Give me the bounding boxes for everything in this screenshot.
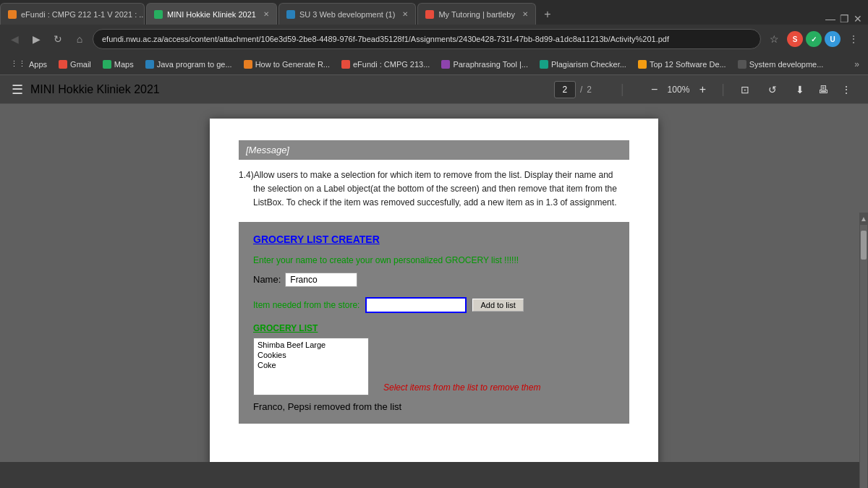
bookmark-efundi[interactable]: eFundi : CMPG 213... [337,59,434,70]
back-button[interactable]: ◀ [6,30,23,48]
scrollbar-thumb[interactable] [861,231,867,260]
profile-avatar-3[interactable]: U [825,31,841,47]
zoom-in-button[interactable]: + [694,81,711,98]
instruction-content: 1.4)Allow users to make a selection for … [239,170,617,207]
bookmark-apps-label: Apps [29,60,47,69]
bookmark-top12[interactable]: Top 12 Software De... [634,59,731,70]
plagiarism-icon [540,60,548,69]
paraphrase-icon [441,60,450,69]
right-scrollbar[interactable]: ▲ ▼ [859,213,868,488]
forward-button[interactable]: ▶ [27,30,45,48]
message-placeholder-text: [Message] [246,145,289,155]
bookmark-gmail-label: Gmail [70,60,91,69]
bookmark-system-label: System developme... [749,60,824,69]
bookmark-star-icon[interactable]: ☆ [765,30,783,48]
pdf-zoom-value: 100% [668,85,690,95]
close-window-button[interactable]: ✕ [854,13,862,25]
pdf-download-button[interactable]: ⬇ [790,80,810,100]
app-title: GROCERY LIST CREATER [253,234,615,245]
scrollbar-track[interactable] [860,225,867,488]
maps-icon [103,60,111,69]
app-name-input[interactable] [285,273,357,287]
profile-avatar-2[interactable]: ✓ [806,31,822,47]
tab-su3[interactable]: SU 3 Web development (1) ✕ [278,3,416,25]
bookmark-java[interactable]: Java program to ge... [141,59,237,70]
instruction-indent2: ListBox. To check if the item was remove… [253,196,616,210]
list-item-3[interactable]: Coke [255,360,367,370]
tab-bartleby[interactable]: My Tutoring | bartleby ✕ [417,3,536,25]
profile-avatar-1[interactable]: S [787,31,803,47]
pdf-sep1: | [621,82,624,97]
pdf-toolbar: ☰ MINI Hokkie Kliniek 2021 / 2 | − 100% … [0,75,868,104]
pdf-more-button[interactable]: ⋮ [836,80,856,100]
minimize-button[interactable]: — [825,13,835,25]
bookmark-maps[interactable]: Maps [98,59,138,70]
address-right-icons: ☆ S ✓ U ⋮ [765,30,862,48]
bookmark-maps-label: Maps [114,60,134,69]
new-tab-button[interactable]: + [537,4,558,25]
zoom-out-button[interactable]: − [646,81,663,98]
pdf-zoom-controls: − 100% + [646,81,712,98]
tab-favicon-su3 [286,10,295,19]
top12-icon [638,60,647,69]
bookmark-efundi-label: eFundi : CMPG 213... [353,60,430,69]
instruction-text: 1.4)Allow users to make a selection for … [239,168,629,210]
pdf-page: [Message] 1.4)Allow users to make a sele… [210,119,658,462]
list-item-1[interactable]: Shimba Beef Large [255,340,367,350]
address-bar: ◀ ▶ ↻ ⌂ ☆ S ✓ U ⋮ [0,25,868,53]
pdf-right-tools: ⬇ 🖶 ⋮ [790,80,856,100]
pdf-menu-button[interactable]: ☰ [12,82,23,98]
bookmark-plagiarism[interactable]: Plagiarism Checker... [535,59,631,70]
bookmark-gmail[interactable]: Gmail [54,59,95,70]
bookmark-how-to[interactable]: How to Generate R... [239,59,334,70]
pdf-print-button[interactable]: 🖶 [813,80,833,100]
home-button[interactable]: ⌂ [71,30,88,48]
pdf-page-input[interactable] [554,81,576,98]
tab-label-su3: SU 3 Web development (1) [299,10,395,19]
browser-tabs-bar: eFundi : CMPG 212 1-1 V 2021 : ... ✕ MIN… [0,0,868,25]
bookmark-apps[interactable]: ⋮⋮ Apps [6,58,51,70]
bookmark-system[interactable]: System developme... [733,59,828,70]
app-item-input[interactable] [365,297,467,313]
app-item-row: Item needed from the store: Add to list [253,297,615,313]
app-subtitle: Enter your name to create your own perso… [253,255,615,265]
extension-icon[interactable]: ⋮ [845,30,862,48]
maximize-button[interactable]: ❐ [840,13,849,25]
bookmark-top12-label: Top 12 Software De... [650,60,726,69]
tab-close-mini[interactable]: ✕ [263,10,269,18]
more-bookmarks-button[interactable]: » [851,59,862,69]
gmail-icon [59,60,67,69]
bookmark-java-label: Java program to ge... [157,60,232,69]
java-icon [145,60,154,69]
tab-label-mini: MINI Hokkie Kliniek 2021 [167,10,256,19]
instruction-indent1: the selection on a Label object(at the b… [253,182,617,196]
scroll-up-arrow[interactable]: ▲ [860,213,867,225]
tab-efundi[interactable]: eFundi : CMPG 212 1-1 V 2021 : ... ✕ [0,3,145,25]
address-input[interactable] [93,29,761,49]
tab-mini-hokkie[interactable]: MINI Hokkie Kliniek 2021 ✕ [146,3,277,25]
bookmark-paraphrase-label: Paraphrasing Tool |... [453,60,528,69]
app-listbox[interactable]: Shimba Beef Large Cookies Coke [253,338,369,395]
bookmark-paraphrase[interactable]: Paraphrasing Tool |... [437,59,532,70]
tab-close-su3[interactable]: ✕ [402,10,408,18]
pdf-page-separator: / [580,85,582,95]
app-name-row: Name: [253,273,615,287]
bookmark-plagiarism-label: Plagiarism Checker... [551,60,626,69]
tab-label-bartleby: My Tutoring | bartleby [438,10,515,19]
tab-favicon-bartleby [425,10,434,19]
app-listbox-row: Shimba Beef Large Cookies Coke Select it… [253,338,615,395]
tab-label-efundi: eFundi : CMPG 212 1-1 V 2021 : ... [21,10,145,19]
pdf-fit-button[interactable]: ⊡ [735,80,755,100]
app-item-label: Item needed from the store: [253,300,359,310]
app-add-button[interactable]: Add to list [472,299,523,312]
pdf-content-area[interactable]: [Message] 1.4)Allow users to make a sele… [0,104,868,462]
refresh-button[interactable]: ↻ [49,30,67,48]
pdf-page-controls: / 2 [554,81,592,98]
pdf-title: MINI Hokkie Kliniek 2021 [30,83,160,96]
app-status-message: Franco, Pepsi removed from the list [253,401,615,412]
list-item-2[interactable]: Cookies [255,350,367,360]
how-to-icon [244,60,252,69]
pdf-rotate-button[interactable]: ↺ [762,80,783,100]
tab-close-bartleby[interactable]: ✕ [522,10,528,18]
efundi-bm-icon [341,60,350,69]
